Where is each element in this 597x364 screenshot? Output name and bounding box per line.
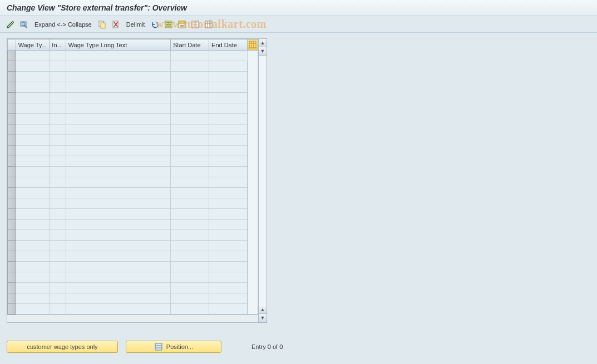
cell-end-date[interactable] [209,93,248,103]
cell-long-text[interactable] [66,61,170,72]
cell-wage-type[interactable] [16,61,50,72]
cell-start-date[interactable] [170,61,209,72]
table-row[interactable] [8,114,258,124]
cell-inf[interactable] [50,198,66,209]
row-selector[interactable] [8,283,16,293]
table-row[interactable] [8,230,258,241]
cell-wage-type[interactable] [16,241,50,251]
cell-long-text[interactable] [66,241,170,251]
table-row[interactable] [8,283,258,293]
cell-inf[interactable] [50,177,66,188]
cell-inf[interactable] [50,61,66,72]
cell-wage-type[interactable] [16,209,50,220]
cell-start-date[interactable] [170,220,209,230]
cell-wage-type[interactable] [16,124,50,135]
position-button[interactable]: Position... [126,341,221,353]
cell-long-text[interactable] [66,103,170,114]
row-selector[interactable] [8,114,16,124]
row-selector-header[interactable] [8,39,16,51]
row-selector[interactable] [8,72,16,82]
cell-long-text[interactable] [66,304,170,315]
cell-start-date[interactable] [170,188,209,198]
col-wage-type[interactable]: Wage Ty... [16,39,50,51]
cell-end-date[interactable] [209,241,248,251]
delete-icon[interactable] [111,19,121,29]
cell-end-date[interactable] [209,124,248,135]
cell-start-date[interactable] [170,103,209,114]
cell-wage-type[interactable] [16,283,50,293]
cell-start-date[interactable] [170,230,209,241]
table-row[interactable] [8,241,258,251]
cell-end-date[interactable] [209,188,248,198]
find-icon[interactable] [19,19,29,29]
cell-end-date[interactable] [209,251,248,262]
cell-wage-type[interactable] [16,167,50,177]
cell-long-text[interactable] [66,114,170,124]
cell-long-text[interactable] [66,167,170,177]
cell-inf[interactable] [50,230,66,241]
cell-inf[interactable] [50,156,66,167]
scroll-track[interactable] [259,56,267,306]
cell-end-date[interactable] [209,304,248,315]
cell-end-date[interactable] [209,103,248,114]
cell-inf[interactable] [50,146,66,156]
row-selector[interactable] [8,93,16,103]
cell-inf[interactable] [50,51,66,61]
cell-long-text[interactable] [66,51,170,61]
cell-end-date[interactable] [209,293,248,304]
row-selector[interactable] [8,272,16,283]
cell-long-text[interactable] [66,188,170,198]
scroll-up-icon[interactable]: ▲ [259,39,267,47]
row-selector[interactable] [8,188,16,198]
customer-wage-types-button[interactable]: customer wage types only [7,341,118,353]
row-selector[interactable] [8,177,16,188]
table-row[interactable] [8,72,258,82]
table-row[interactable] [8,82,258,93]
copy-icon[interactable] [97,19,107,29]
scroll-down-icon[interactable]: ▼ [259,47,267,56]
cell-end-date[interactable] [209,209,248,220]
delimit-button[interactable]: Delimit [124,20,147,29]
table-row[interactable] [8,262,258,272]
cell-end-date[interactable] [209,230,248,241]
cell-inf[interactable] [50,293,66,304]
cell-wage-type[interactable] [16,51,50,61]
table-row[interactable] [8,93,258,103]
vertical-scrollbar[interactable]: ▲ ▼ ▲ ▼ [258,39,267,322]
deselect-all-icon[interactable] [190,19,200,29]
cell-end-date[interactable] [209,82,248,93]
table-row[interactable] [8,198,258,209]
cell-inf[interactable] [50,93,66,103]
row-selector[interactable] [8,124,16,135]
cell-start-date[interactable] [170,177,209,188]
cell-long-text[interactable] [66,135,170,146]
cell-wage-type[interactable] [16,272,50,283]
cell-start-date[interactable] [170,156,209,167]
cell-inf[interactable] [50,251,66,262]
cell-long-text[interactable] [66,93,170,103]
cell-long-text[interactable] [66,82,170,93]
table-row[interactable] [8,293,258,304]
row-selector[interactable] [8,135,16,146]
scroll-up2-icon[interactable]: ▲ [259,306,267,314]
cell-long-text[interactable] [66,220,170,230]
cell-end-date[interactable] [209,72,248,82]
cell-start-date[interactable] [170,51,209,61]
table-row[interactable] [8,220,258,230]
table-row[interactable] [8,177,258,188]
cell-inf[interactable] [50,304,66,315]
cell-long-text[interactable] [66,198,170,209]
edit-icon[interactable] [6,19,16,29]
cell-long-text[interactable] [66,124,170,135]
row-selector[interactable] [8,198,16,209]
cell-start-date[interactable] [170,209,209,220]
cell-long-text[interactable] [66,283,170,293]
horizontal-scrollbar[interactable] [7,315,258,322]
cell-wage-type[interactable] [16,103,50,114]
table-row[interactable] [8,188,258,198]
row-selector[interactable] [8,61,16,72]
row-selector[interactable] [8,230,16,241]
cell-long-text[interactable] [66,156,170,167]
cell-start-date[interactable] [170,251,209,262]
cell-wage-type[interactable] [16,156,50,167]
